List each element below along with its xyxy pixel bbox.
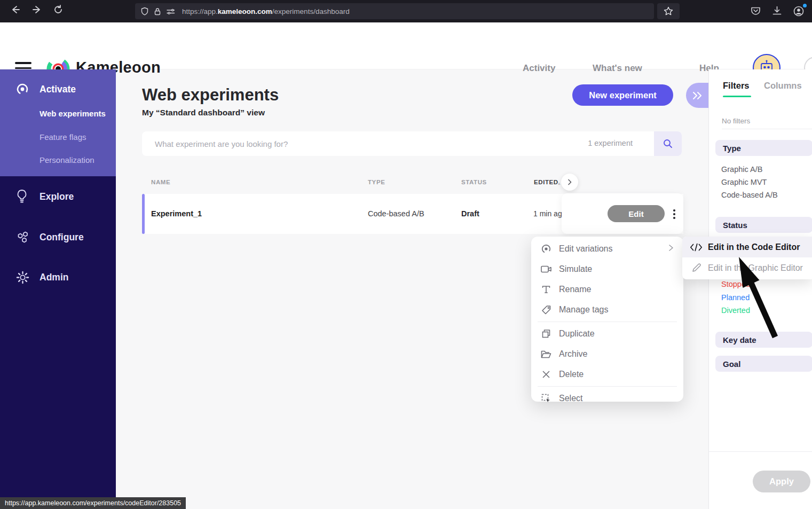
menu-divider [538,386,677,387]
account-notification-dot [803,4,807,7]
lock-icon[interactable] [154,7,161,15]
new-experiment-button[interactable]: New experiment [572,84,673,106]
url-text: https://app.kameleoon.com/experiments/da… [182,7,350,15]
bookmark-star-icon[interactable] [657,3,680,19]
col-header-name[interactable]: NAME [151,179,170,185]
sidebar-item-label: Activate [40,84,76,95]
browser-reload-icon[interactable] [49,4,67,15]
experiment-type: Code-based A/B [368,209,424,218]
nav-whats-new[interactable]: What's new [593,63,642,74]
row-accent-bar [142,194,145,234]
filter-section-key-date[interactable]: Key date [715,332,812,348]
menu-item-label: Duplicate [559,329,595,339]
browser-forward-icon[interactable] [28,4,46,15]
filter-option-graphic-mvt[interactable]: Graphic MVT [721,178,767,186]
tab-filters[interactable]: Filters [723,81,750,91]
page-title: Web experiments [142,85,279,105]
search-input[interactable] [155,131,598,156]
col-header-edited[interactable]: EDITED [534,179,558,185]
chevron-right-icon [566,179,573,185]
edit-button[interactable]: Edit [608,205,665,222]
sidebar-item-explore[interactable]: Explore [0,189,74,204]
filter-section-type[interactable]: Type [715,140,812,156]
columns-scroll-right-button[interactable] [561,174,578,191]
edit-variations-submenu: Edit in the Code Editor Edit in the Grap… [682,237,812,279]
menu-item-label: Delete [559,370,584,379]
active-tab-underline [723,96,751,97]
sidebar: Activate Web experiments Feature flags P… [0,69,116,509]
browser-toolbar: https://app.kameleoon.com/experiments/da… [0,0,812,22]
filter-option-code-based-ab[interactable]: Code-based A/B [721,191,778,199]
sidebar-item-personalization[interactable]: Personalization [40,155,94,165]
search-icon [663,138,673,149]
shield-icon[interactable] [140,7,149,15]
filter-option-graphic-ab[interactable]: Graphic A/B [721,165,762,174]
menu-item-rename[interactable]: Rename [531,279,683,300]
search-button[interactable] [654,131,682,156]
delete-icon [540,370,552,379]
menu-item-simulate[interactable]: Simulate [531,259,683,279]
sidebar-item-label: Admin [40,272,68,283]
camera-icon [540,265,552,273]
sidebar-item-admin[interactable]: Admin [0,270,68,285]
experiment-name[interactable]: Experiment_1 [151,209,202,218]
sidebar-item-feature-flags[interactable]: Feature flags [40,132,86,142]
col-header-status[interactable]: STATUS [461,179,487,185]
apply-button[interactable]: Apply [753,471,810,492]
app-header: Kameleoon Activity What's new Help [0,22,812,69]
download-icon[interactable] [771,5,783,19]
target-icon [540,244,552,254]
row-actions-card: Edit [562,193,683,234]
filters-panel: Filters Columns No filters Type Graphic … [708,69,812,509]
sidebar-item-configure[interactable]: Configure [0,230,84,245]
submenu-item-graphic-editor[interactable]: Edit in the Graphic Editor [682,257,812,278]
select-icon [540,394,552,403]
filter-section-status[interactable]: Status [715,217,812,233]
pencil-icon [690,263,703,273]
col-header-type[interactable]: TYPE [368,179,385,185]
sidebar-item-web-experiments[interactable]: Web experiments [40,109,106,118]
page-subtitle: My “Standard dashboard” view [142,108,265,118]
double-chevron-right-icon [692,91,704,100]
filter-option-diverted[interactable]: Diverted [721,306,750,315]
hexagons-icon [15,230,31,245]
permissions-icon[interactable] [166,7,175,15]
account-icon[interactable] [793,5,805,19]
kebab-menu-icon[interactable] [670,206,679,222]
menu-item-label: Rename [559,285,591,294]
menu-item-delete[interactable]: Delete [531,364,683,385]
panel-divider [709,451,812,452]
filter-section-goal[interactable]: Goal [715,356,812,372]
experiment-status: Draft [461,209,479,218]
menu-item-edit-variations[interactable]: Edit variations [531,239,683,259]
menu-item-select[interactable]: Select [531,388,683,409]
menu-item-label: Edit variations [559,244,613,254]
archive-folder-icon [540,350,552,359]
no-filters-label: No filters [722,117,750,125]
lightbulb-icon [15,189,31,204]
address-bar[interactable]: https://app.kameleoon.com/experiments/da… [135,3,654,19]
sort-caret-icon: ▴ [558,181,561,186]
tab-columns[interactable]: Columns [764,81,802,91]
sidebar-item-activate[interactable]: Activate [0,82,76,96]
submenu-item-label: Edit in the Code Editor [708,242,800,252]
menu-item-manage-tags[interactable]: Manage tags [531,300,683,320]
submenu-item-code-editor[interactable]: Edit in the Code Editor [682,237,812,257]
browser-back-icon[interactable] [6,4,25,15]
row-context-menu: Edit variations Simulate Rename Manage t… [531,237,683,402]
sidebar-item-label: Explore [40,191,74,202]
menu-item-duplicate[interactable]: Duplicate [531,324,683,344]
target-icon [15,82,31,96]
sidebar-item-label: Configure [40,232,84,243]
experiment-count: 1 experiment [588,139,633,147]
panel-collapse-button[interactable] [686,83,709,108]
kameleoon-dashboard: https://app.kameleoon.com/experiments/da… [0,0,812,509]
menu-item-archive[interactable]: Archive [531,344,683,364]
link-preview-statusbar: https://app.kameleoon.com/experiments/co… [0,497,186,509]
filter-option-planned[interactable]: Planned [721,293,750,302]
filter-option-stopped[interactable]: Stopped [721,280,750,288]
experiment-search-bar: 1 experiment [142,131,682,156]
menu-item-label: Simulate [559,264,592,274]
pocket-icon[interactable] [750,5,761,19]
nav-activity[interactable]: Activity [523,63,555,74]
